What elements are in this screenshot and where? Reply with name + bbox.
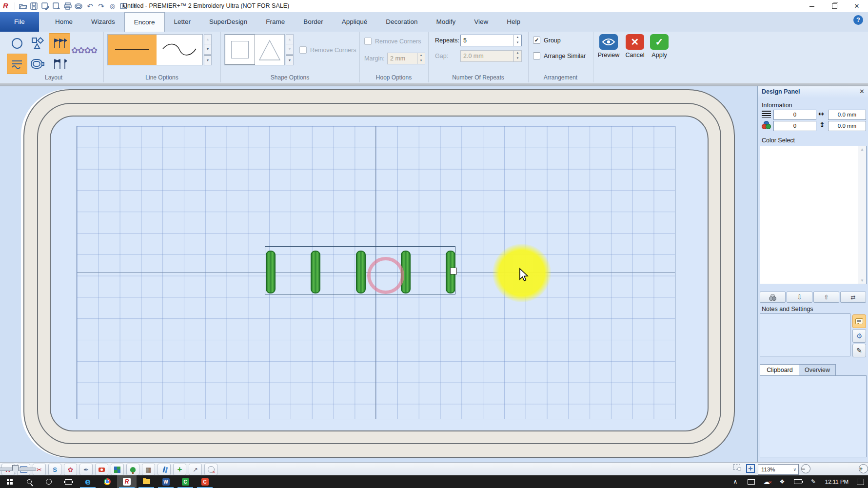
word-taskbar-button[interactable]: W <box>156 475 176 488</box>
save-icon[interactable] <box>29 1 39 11</box>
tab-view[interactable]: View <box>465 12 497 32</box>
tab-border[interactable]: Border <box>294 12 333 32</box>
print-icon[interactable] <box>63 1 72 11</box>
group-checkbox[interactable]: ✓ Group <box>533 37 561 44</box>
change-hoop-icon[interactable] <box>74 1 83 11</box>
edit-button[interactable]: ✎ <box>852 344 866 357</box>
zoom-slider[interactable] <box>0 468 36 471</box>
scroll-up-icon[interactable]: ▲ <box>286 35 293 44</box>
merge-colors-button[interactable]: ⇄ <box>840 292 866 303</box>
chrome-taskbar-button[interactable] <box>98 475 117 488</box>
cortana-button[interactable] <box>39 475 59 488</box>
cancel-button[interactable]: ✕ Cancel <box>622 34 648 59</box>
minimize-button[interactable] <box>801 0 823 12</box>
camtasia-green-button[interactable]: C <box>176 475 195 488</box>
zoom-to-rectangle-button[interactable] <box>733 464 740 470</box>
move-color-up-button[interactable]: ⇧ <box>813 292 839 303</box>
export-icon[interactable] <box>52 1 61 11</box>
scroll-down-icon[interactable]: ▼ <box>858 278 866 283</box>
help-icon[interactable]: ? <box>853 15 863 25</box>
task-view-button[interactable] <box>59 475 78 488</box>
decoration-ring[interactable] <box>367 257 404 294</box>
selection-resize-handle[interactable] <box>450 268 457 274</box>
repeat-standard-button[interactable] <box>49 33 70 54</box>
dropbox-icon[interactable]: ❖ <box>774 475 790 488</box>
layout-line-button[interactable] <box>7 54 27 74</box>
add-module-icon[interactable]: + <box>173 464 186 475</box>
arrange-similar-checkbox[interactable]: Arrange Similar <box>533 52 586 59</box>
tab-overview[interactable]: Overview <box>799 364 836 376</box>
repeat-shape-3[interactable] <box>356 251 366 293</box>
spinner[interactable]: ▲▼ <box>513 35 521 46</box>
action-center-icon[interactable] <box>852 475 868 488</box>
clipboard-content[interactable] <box>760 375 867 457</box>
scroll-up-icon[interactable]: ▲ <box>204 35 211 44</box>
repeats-spinbox[interactable]: ▲▼ <box>460 35 522 46</box>
disc-icon[interactable]: ◎ <box>108 1 117 11</box>
repeat-mirror-button[interactable] <box>49 54 70 74</box>
scroll-up-icon[interactable]: ▲ <box>858 147 866 152</box>
panel-close-icon[interactable]: ✕ <box>859 88 865 95</box>
tab-encore[interactable]: Encore <box>124 12 165 32</box>
shape-square[interactable] <box>225 35 255 65</box>
notes-box[interactable] <box>760 313 850 356</box>
export-module-icon[interactable]: ↗ <box>189 464 202 475</box>
move-color-down-button[interactable]: ⇩ <box>787 292 812 303</box>
camtasia-red-button[interactable]: C <box>195 475 215 488</box>
gallery-more-icon[interactable]: ▼ <box>286 55 293 65</box>
tab-applique[interactable]: Appliqué <box>333 12 377 32</box>
line-gallery-scroll[interactable]: ▲ ▼ ▼ <box>204 34 212 65</box>
pen-icon[interactable]: ✎ <box>806 475 821 488</box>
tab-modify[interactable]: Modify <box>427 12 465 32</box>
tray-monitor-icon[interactable] <box>743 475 759 488</box>
battery-icon[interactable] <box>790 475 806 488</box>
redo-icon[interactable]: ↷ <box>97 1 106 11</box>
tab-home[interactable]: Home <box>46 12 82 32</box>
layout-shapes-button[interactable] <box>27 33 48 54</box>
notes-button[interactable] <box>852 314 866 328</box>
thread-cache-icon[interactable]: ▦ <box>142 464 155 475</box>
repeat-shape-2[interactable] <box>311 251 320 293</box>
photo-stitch-icon[interactable] <box>95 464 108 475</box>
zoom-to-fit-button[interactable]: ✛ <box>746 464 755 473</box>
tab-file[interactable]: File <box>0 12 39 32</box>
layout-circle-button[interactable] <box>7 33 27 54</box>
color-select-list[interactable]: ▲ ▼ <box>760 146 867 284</box>
scrollbar[interactable]: ▲ ▼ <box>858 146 866 284</box>
undo-icon[interactable]: ↶ <box>85 1 95 11</box>
start-button[interactable] <box>0 475 20 488</box>
color-change-button[interactable] <box>760 292 786 303</box>
zoom-out-button[interactable]: − <box>801 464 810 473</box>
repeat-shape-1[interactable] <box>266 251 276 293</box>
zoom-in-button[interactable]: + <box>859 464 868 473</box>
taskbar-search-button[interactable] <box>20 475 39 488</box>
stitch-editor-icon[interactable]: ✒ <box>79 464 93 475</box>
apply-button[interactable]: ✓ Apply <box>647 34 672 59</box>
line-style-wave[interactable] <box>157 35 202 65</box>
tray-chevron-icon[interactable]: ∧ <box>728 475 743 488</box>
tab-wizards[interactable]: Wizards <box>82 12 124 32</box>
paint-module-icon[interactable] <box>158 464 171 475</box>
zoom-level-combo[interactable]: 113%∨ <box>758 464 799 475</box>
file-explorer-button[interactable] <box>137 475 156 488</box>
swirl-module-icon[interactable]: S <box>48 464 61 475</box>
save-as-icon[interactable] <box>40 1 50 11</box>
premier-taskbar-button[interactable]: R <box>117 475 137 488</box>
restore-button[interactable] <box>823 0 846 12</box>
offline-globe-icon[interactable] <box>204 464 217 475</box>
tab-help[interactable]: Help <box>497 12 530 32</box>
line-style-straight[interactable] <box>108 35 157 65</box>
layout-hoop-button[interactable] <box>27 54 48 74</box>
shape-gallery-scroll[interactable]: ▲ ▼ ▼ <box>286 34 294 65</box>
gallery-more-icon[interactable]: ▼ <box>204 55 211 65</box>
tab-decoration[interactable]: Decoration <box>376 12 427 32</box>
repeats-input[interactable] <box>461 35 513 46</box>
preview-button[interactable]: Preview <box>596 34 621 59</box>
checkbox-checked[interactable]: ✓ <box>533 37 540 44</box>
close-button[interactable]: ✕ <box>846 0 868 12</box>
work-area[interactable] <box>0 86 757 462</box>
family-tree-icon[interactable] <box>126 464 139 475</box>
tab-superdesign[interactable]: SuperDesign <box>200 12 256 32</box>
checkbox[interactable] <box>533 52 540 59</box>
flower-module-icon[interactable]: ✿ <box>64 464 77 475</box>
